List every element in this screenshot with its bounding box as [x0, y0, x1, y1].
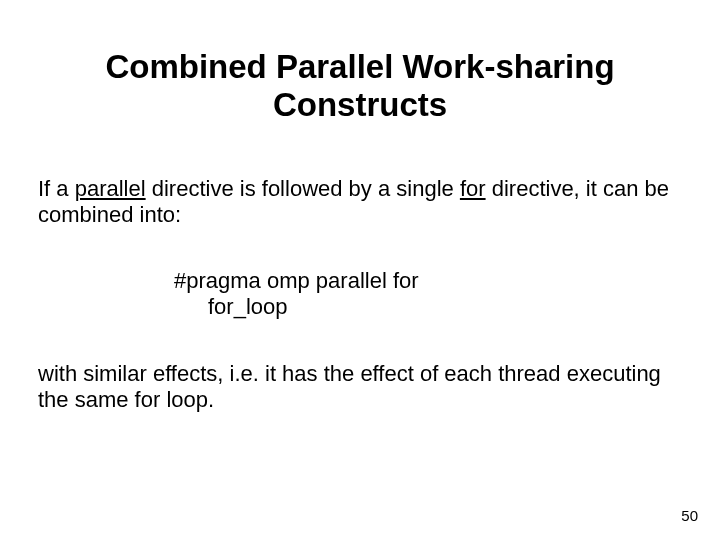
intro-paragraph: If a parallel directive is followed by a…: [38, 176, 682, 228]
para1-text-a: If a: [38, 176, 75, 201]
keyword-parallel: parallel: [75, 176, 146, 201]
page-number: 50: [681, 507, 698, 524]
slide-body: If a parallel directive is followed by a…: [0, 176, 720, 413]
title-line-2: Constructs: [273, 86, 447, 123]
para1-text-b: directive is followed by a single: [146, 176, 460, 201]
title-line-1: Combined Parallel Work-sharing: [105, 48, 614, 85]
code-line-1: #pragma omp parallel for: [174, 268, 682, 294]
slide: Combined Parallel Work-sharing Construct…: [0, 0, 720, 540]
closing-paragraph: with similar effects, i.e. it has the ef…: [38, 361, 682, 413]
code-line-2: for_loop: [174, 294, 682, 320]
keyword-for: for: [460, 176, 486, 201]
slide-title: Combined Parallel Work-sharing Construct…: [0, 0, 720, 124]
code-block: #pragma omp parallel for for_loop: [38, 268, 682, 321]
